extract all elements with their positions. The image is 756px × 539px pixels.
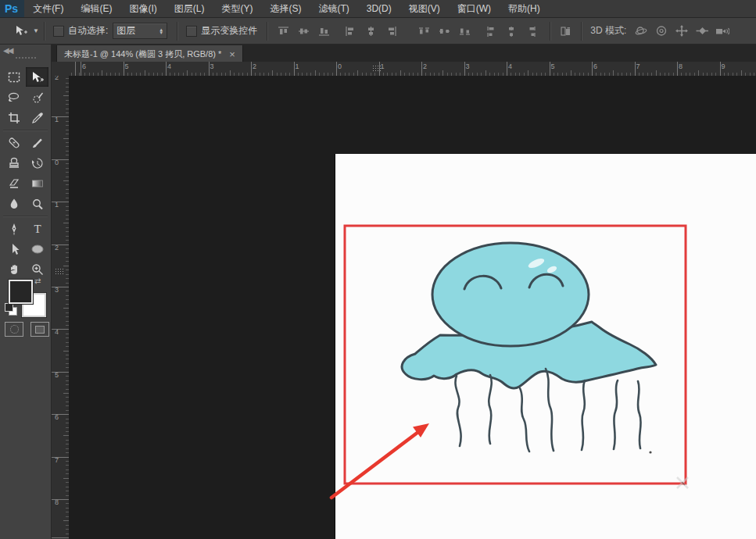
menu-select[interactable]: 选择(S) <box>261 0 310 17</box>
lasso-tool[interactable] <box>2 87 25 107</box>
menu-layer[interactable]: 图层(L) <box>166 0 213 17</box>
3d-rotate-icon[interactable] <box>632 24 650 38</box>
ruler-origin-corner[interactable] <box>52 62 70 77</box>
distribute-bottom-edges-icon[interactable] <box>456 24 473 38</box>
ruler-cursor-marker <box>55 268 64 275</box>
menu-bar: Ps 文件(F) 编辑(E) 图像(I) 图层(L) 类型(Y) 选择(S) 滤… <box>0 0 756 18</box>
tools-separator <box>3 130 48 131</box>
show-transform-label: 显示变换控件 <box>201 24 257 37</box>
tool-preset-caret-icon[interactable]: ▼ <box>33 27 39 34</box>
canvas-artwork <box>69 76 756 539</box>
move-tool[interactable] <box>26 67 48 87</box>
distribute-top-edges-icon[interactable] <box>415 24 432 38</box>
ruler-label: 4 <box>167 62 171 70</box>
spot-healing-brush-tool[interactable] <box>2 133 25 152</box>
rectangular-marquee-tool[interactable] <box>2 67 25 87</box>
ruler-label: 2 <box>253 62 256 70</box>
menu-image[interactable]: 图像(I) <box>120 0 165 17</box>
swap-colors-icon[interactable]: ⇄ <box>34 277 41 285</box>
3d-slide-icon[interactable] <box>693 24 711 38</box>
ruler-label: 2 <box>55 244 59 252</box>
ellipse-tool[interactable] <box>26 239 48 259</box>
ruler-label: 5 <box>551 62 555 70</box>
align-bottom-edges-icon[interactable] <box>315 24 332 38</box>
align-top-edges-icon[interactable] <box>274 24 292 38</box>
move-tool-icon <box>13 24 30 38</box>
ruler-label: 0 <box>338 62 342 70</box>
gradient-tool[interactable] <box>26 173 48 193</box>
screen-mode-button[interactable] <box>30 322 49 337</box>
ruler-label: 4 <box>55 328 59 336</box>
collapse-panel-icon[interactable]: ◀◀ <box>3 46 12 55</box>
3d-mode-label: 3D 模式: <box>590 24 626 37</box>
type-tool[interactable]: T <box>26 219 48 238</box>
menu-file[interactable]: 文件(F) <box>24 0 72 17</box>
distribute-right-edges-icon[interactable] <box>523 24 540 38</box>
ruler-label: 3 <box>210 62 214 70</box>
show-transform-checkbox[interactable] <box>186 26 197 37</box>
panel-grip[interactable] <box>15 56 37 60</box>
clone-stamp-tool[interactable] <box>2 153 25 173</box>
menu-window[interactable]: 窗口(W) <box>449 0 500 17</box>
dropdown-arrows-icon: ▲▼ <box>159 28 163 34</box>
ruler-label: 4 <box>508 62 512 70</box>
menu-view[interactable]: 视图(V) <box>400 0 449 17</box>
vertical-ruler[interactable]: 21012345678 <box>52 76 70 539</box>
hand-tool[interactable] <box>2 259 25 279</box>
quick-mask-mode-button[interactable] <box>5 322 23 337</box>
blur-tool[interactable] <box>2 194 25 213</box>
document-tab[interactable]: 未标题-1 @ 144% (椭圆 3 拷贝, RGB/8) * × <box>56 45 243 62</box>
ruler-label: 3 <box>55 286 59 294</box>
ruler-label: 5 <box>125 62 129 70</box>
ruler-label: 3 <box>466 62 470 70</box>
menu-help[interactable]: 帮助(H) <box>500 0 549 17</box>
dodge-tool[interactable] <box>26 194 48 213</box>
align-left-edges-icon[interactable] <box>342 24 359 38</box>
jellyfish-tentacles <box>455 369 640 452</box>
jellyfish-dome <box>432 243 589 346</box>
3d-drag-icon[interactable] <box>673 24 690 38</box>
eraser-tool[interactable] <box>2 173 25 193</box>
align-right-edges-icon[interactable] <box>382 24 399 38</box>
ruler-label: 9 <box>722 62 726 70</box>
history-brush-tool[interactable] <box>26 153 48 173</box>
menu-filter[interactable]: 滤镜(T) <box>310 0 357 17</box>
tools-separator <box>3 216 48 217</box>
tab-bar: 未标题-1 @ 144% (椭圆 3 拷贝, RGB/8) * × <box>52 44 756 62</box>
auto-align-layers-icon[interactable] <box>557 24 575 38</box>
align-vertical-centers-icon[interactable] <box>295 24 312 38</box>
3d-roll-icon[interactable] <box>653 24 670 38</box>
separator <box>581 22 582 41</box>
red-annotation-arrow <box>331 423 429 498</box>
document-tab-title: 未标题-1 @ 144% (椭圆 3 拷贝, RGB/8) * <box>64 48 221 60</box>
distribute-vertical-centers-icon[interactable] <box>435 24 453 38</box>
distribute-horizontal-centers-icon[interactable] <box>503 24 520 38</box>
separator <box>44 22 45 41</box>
ruler-label: 8 <box>679 62 683 70</box>
tools-panel: ◀◀ T ⇄ <box>0 44 52 539</box>
menu-3d[interactable]: 3D(D) <box>358 0 400 17</box>
photoshop-logo: Ps <box>0 0 24 17</box>
canvas-pasteboard[interactable] <box>69 76 756 539</box>
3d-zoom-icon[interactable] <box>714 24 731 38</box>
brush-tool[interactable] <box>26 133 48 152</box>
auto-select-checkbox[interactable] <box>53 26 64 37</box>
ruler-label: 6 <box>593 62 597 70</box>
foreground-color-swatch[interactable] <box>9 280 33 304</box>
ruler-label: 6 <box>55 413 59 421</box>
options-bar: ▼ 自动选择: 图层 ▲▼ 显示变换控件 3D 模式: <box>0 18 756 45</box>
menu-edit[interactable]: 编辑(E) <box>72 0 120 17</box>
default-colors-icon[interactable] <box>5 303 17 316</box>
menu-type[interactable]: 类型(Y) <box>213 0 261 17</box>
separator <box>177 22 178 41</box>
auto-select-target-dropdown[interactable]: 图层 ▲▼ <box>113 23 167 39</box>
horizontal-ruler[interactable]: 6543210123456789 <box>69 62 756 77</box>
crop-tool[interactable] <box>2 108 25 127</box>
tab-close-icon[interactable]: × <box>229 49 235 59</box>
pen-tool[interactable] <box>2 219 25 238</box>
quick-selection-tool[interactable] <box>26 87 48 107</box>
eyedropper-tool[interactable] <box>26 108 48 127</box>
align-horizontal-centers-icon[interactable] <box>362 24 379 38</box>
distribute-left-edges-icon[interactable] <box>482 24 500 38</box>
path-selection-tool[interactable] <box>2 239 25 259</box>
